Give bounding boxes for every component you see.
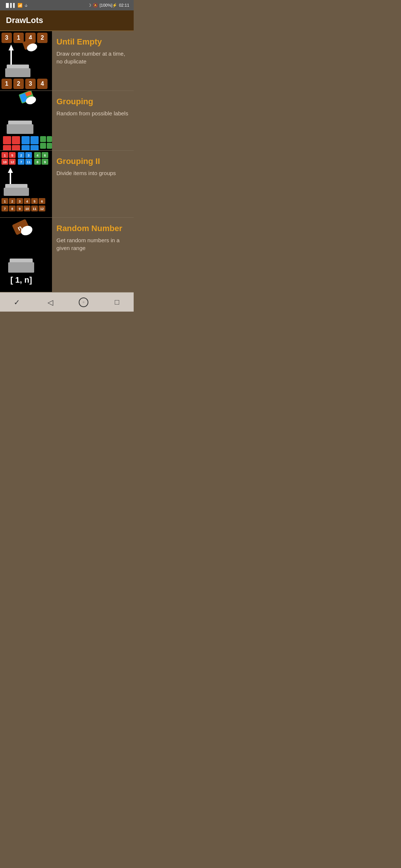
svg-text:2: 2 bbox=[20, 154, 22, 157]
nav-bar: ✓ ◁ ○ □ bbox=[0, 292, 134, 312]
until-empty-content: Until Empty Draw one number at a time, n… bbox=[52, 31, 134, 91]
svg-marker-67 bbox=[8, 168, 13, 173]
nav-back-button[interactable]: ◁ bbox=[41, 293, 59, 311]
random-number-content: Random Number Get random numbers in a gi… bbox=[52, 218, 134, 292]
app-bar: DrawLots bbox=[0, 10, 134, 31]
status-right: ☽ 🔕 [100%]⚡ 02:11 bbox=[88, 3, 129, 8]
svg-text:1: 1 bbox=[5, 80, 9, 87]
grouping2-image: 1 5 2 3 4 6 10 12 7 11 8 bbox=[0, 151, 52, 217]
svg-rect-99 bbox=[8, 262, 34, 273]
list-item-grouping-ii[interactable]: 1 5 2 3 4 6 10 12 7 11 8 bbox=[0, 151, 134, 218]
svg-marker-9 bbox=[9, 45, 14, 50]
signal-icon: ▐▌▌▌ bbox=[4, 3, 16, 7]
svg-text:10: 10 bbox=[3, 160, 7, 164]
nav-check-button[interactable]: ✓ bbox=[8, 293, 26, 311]
grouping2-desc: Divide items into groups bbox=[56, 169, 129, 177]
grouping-desc: Random from possible labels bbox=[56, 109, 129, 117]
svg-text:3: 3 bbox=[5, 34, 9, 41]
svg-text:1: 1 bbox=[4, 200, 6, 203]
svg-text:10: 10 bbox=[25, 207, 29, 211]
svg-rect-40 bbox=[40, 143, 46, 149]
svg-text:1: 1 bbox=[17, 34, 20, 41]
svg-text:3: 3 bbox=[27, 154, 29, 157]
nav-home-button[interactable]: ○ bbox=[75, 293, 92, 311]
list-item-grouping[interactable]: Grouping Random from possible labels bbox=[0, 91, 134, 151]
svg-text:[ 1, n]: [ 1, n] bbox=[10, 275, 32, 285]
svg-text:11: 11 bbox=[33, 207, 36, 211]
battery-icon: [100%]⚡ bbox=[100, 3, 117, 8]
svg-text:6: 6 bbox=[44, 154, 46, 157]
random-number-image: n [ 1, n] bbox=[0, 218, 52, 292]
random-number-desc: Get random numbers in a given range bbox=[56, 236, 129, 252]
svg-text:11: 11 bbox=[27, 160, 30, 164]
svg-text:9: 9 bbox=[19, 207, 20, 211]
svg-text:7: 7 bbox=[20, 160, 22, 164]
grouping2-title: Grouping II bbox=[56, 157, 129, 166]
svg-text:5: 5 bbox=[11, 154, 13, 157]
until-empty-title: Until Empty bbox=[56, 37, 129, 47]
recent-icon: □ bbox=[115, 298, 119, 306]
usb-icon: ⫝ bbox=[24, 3, 28, 7]
status-bar: ▐▌▌▌ 📶 ⫝ ☽ 🔕 [100%]⚡ 02:11 bbox=[0, 0, 134, 10]
svg-text:4: 4 bbox=[26, 200, 28, 203]
grouping-content: Grouping Random from possible labels bbox=[52, 91, 134, 150]
svg-rect-34 bbox=[22, 136, 30, 144]
svg-rect-36 bbox=[22, 145, 30, 150]
svg-rect-33 bbox=[12, 145, 20, 150]
grouping2-content: Grouping II Divide items into groups bbox=[52, 151, 134, 217]
grouping-image bbox=[0, 91, 52, 150]
svg-text:4: 4 bbox=[36, 154, 38, 157]
svg-rect-39 bbox=[47, 136, 52, 142]
svg-text:12: 12 bbox=[10, 160, 14, 164]
status-left: ▐▌▌▌ 📶 ⫝ bbox=[4, 3, 28, 8]
svg-text:2: 2 bbox=[17, 80, 20, 87]
svg-rect-32 bbox=[3, 145, 11, 150]
until-empty-desc: Draw one number at a time, no duplicate bbox=[56, 50, 129, 65]
svg-text:5: 5 bbox=[33, 200, 35, 203]
svg-text:9: 9 bbox=[44, 160, 46, 164]
svg-rect-30 bbox=[3, 136, 11, 144]
svg-rect-31 bbox=[12, 136, 20, 144]
until-empty-image: 3 1 4 2 1 2 bbox=[0, 31, 52, 91]
svg-text:12: 12 bbox=[40, 207, 44, 211]
app-title: DrawLots bbox=[6, 16, 43, 25]
list-item-until-empty[interactable]: 3 1 4 2 1 2 bbox=[0, 31, 134, 91]
svg-rect-35 bbox=[30, 136, 39, 144]
svg-text:8: 8 bbox=[36, 160, 38, 164]
wifi-icon: 📶 bbox=[17, 3, 23, 8]
svg-rect-14 bbox=[5, 68, 30, 77]
list-item-random-number[interactable]: n [ 1, n] Random Number Get random numbe… bbox=[0, 218, 134, 292]
moon-icon: ☽ bbox=[88, 3, 91, 8]
svg-text:2: 2 bbox=[11, 200, 13, 203]
check-icon: ✓ bbox=[14, 298, 20, 307]
random-number-title: Random Number bbox=[56, 224, 129, 233]
svg-text:1: 1 bbox=[4, 154, 6, 157]
alarm-icon: 🔕 bbox=[93, 3, 98, 8]
svg-text:3: 3 bbox=[29, 80, 32, 87]
svg-text:8: 8 bbox=[11, 207, 13, 211]
grouping-title: Grouping bbox=[56, 97, 129, 106]
home-icon: ○ bbox=[79, 297, 88, 307]
svg-rect-37 bbox=[30, 145, 39, 150]
svg-rect-38 bbox=[40, 136, 46, 142]
svg-text:2: 2 bbox=[41, 34, 44, 41]
svg-text:7: 7 bbox=[4, 207, 6, 211]
time: 02:11 bbox=[119, 3, 129, 7]
svg-text:4: 4 bbox=[41, 80, 44, 87]
svg-text:3: 3 bbox=[19, 200, 20, 203]
svg-rect-41 bbox=[47, 143, 52, 149]
svg-text:6: 6 bbox=[41, 200, 43, 203]
svg-rect-69 bbox=[4, 188, 29, 196]
nav-recent-button[interactable]: □ bbox=[108, 293, 126, 311]
svg-rect-29 bbox=[7, 124, 33, 134]
back-icon: ◁ bbox=[48, 298, 53, 307]
